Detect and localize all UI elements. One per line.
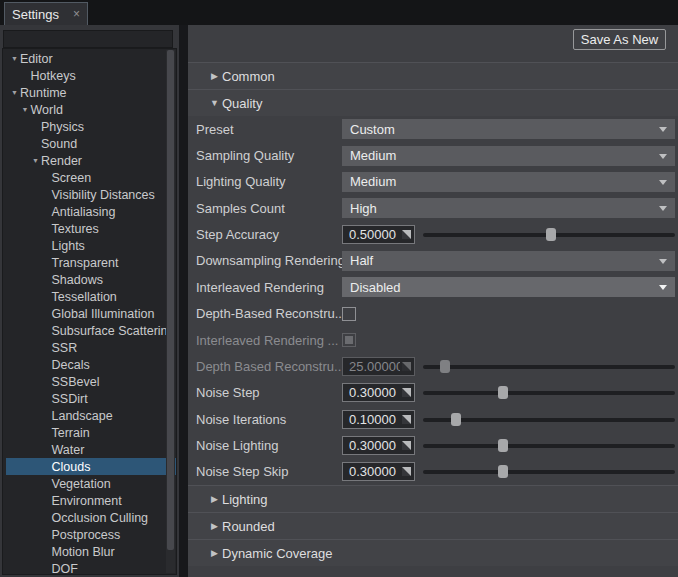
- slider-handle[interactable]: [498, 465, 508, 478]
- expand-arrow-icon[interactable]: ▼: [9, 50, 20, 67]
- tree-item-visibility-distances[interactable]: Visibility Distances: [6, 186, 177, 203]
- slider-track[interactable]: [423, 391, 675, 395]
- checkbox-inner: [345, 336, 353, 344]
- tree-item-ssdirt[interactable]: SSDirt: [6, 390, 177, 407]
- setting-label: Step Accuracy: [196, 227, 342, 242]
- tree-item-environment[interactable]: Environment: [6, 492, 177, 509]
- slider-handle: [440, 360, 450, 373]
- tree-item-label: Render: [41, 154, 82, 168]
- spin-drag-icon: [402, 362, 411, 371]
- tree-item-label: Landscape: [52, 409, 113, 423]
- spin-drag-icon[interactable]: [402, 467, 411, 476]
- chevron-down-icon: [659, 259, 667, 264]
- slider-handle[interactable]: [546, 228, 556, 241]
- tree-item-terrain[interactable]: Terrain: [6, 424, 177, 441]
- tree-item-clouds[interactable]: Clouds: [6, 458, 177, 475]
- tree-item-decals[interactable]: Decals: [6, 356, 177, 373]
- noise-iterations-slider[interactable]: [423, 410, 675, 429]
- slider-handle[interactable]: [498, 439, 508, 452]
- tree-item-postprocess[interactable]: Postprocess: [6, 526, 177, 543]
- tree-item-transparent[interactable]: Transparent: [6, 254, 177, 271]
- slider-handle[interactable]: [498, 386, 508, 399]
- expand-arrow-icon[interactable]: ▼: [9, 84, 20, 101]
- chevron-right-icon: ▶: [207, 486, 222, 513]
- depth-based-reconstru-checkbox[interactable]: [342, 307, 356, 321]
- noise-step-skip-slider[interactable]: [423, 462, 675, 481]
- tree-item-runtime[interactable]: ▼Runtime: [6, 84, 171, 101]
- settings-tab[interactable]: Settings ×: [4, 2, 88, 25]
- tree-item-textures[interactable]: Textures: [6, 220, 177, 237]
- sampling-quality-dropdown[interactable]: Medium: [342, 146, 675, 166]
- samples-count-dropdown[interactable]: High: [342, 198, 675, 218]
- downsampling-rendering-dropdown[interactable]: Half: [342, 251, 675, 271]
- save-as-new-button[interactable]: Save As New: [573, 29, 666, 50]
- chevron-down-icon: [659, 180, 667, 185]
- section-header-common[interactable]: ▶Common: [188, 62, 678, 89]
- spin-drag-icon[interactable]: [402, 415, 411, 424]
- preset-dropdown[interactable]: Custom: [342, 119, 675, 139]
- tree-item-editor[interactable]: ▼Editor: [6, 50, 171, 67]
- tree-scrollbar[interactable]: [166, 50, 175, 573]
- tree-item-tessellation[interactable]: Tessellation: [6, 288, 177, 305]
- step-accuracy-field[interactable]: 0.50000: [342, 225, 415, 244]
- tree-item-vegetation[interactable]: Vegetation: [6, 475, 177, 492]
- close-icon[interactable]: ×: [73, 8, 80, 20]
- noise-iterations-field[interactable]: 0.10000: [342, 410, 415, 429]
- tree-item-landscape[interactable]: Landscape: [6, 407, 177, 424]
- spin-drag-icon[interactable]: [402, 441, 411, 450]
- section-header-quality[interactable]: ▼Quality: [188, 89, 678, 116]
- expand-arrow-icon[interactable]: ▼: [20, 101, 31, 118]
- section-header-lighting[interactable]: ▶Lighting: [188, 485, 678, 512]
- tree-item-lights[interactable]: Lights: [6, 237, 177, 254]
- tree-item-render[interactable]: ▼Render: [6, 152, 177, 169]
- tree-items: ▼EditorHotkeys▼Runtime▼WorldPhysicsSound…: [3, 49, 176, 575]
- tree-item-screen[interactable]: Screen: [6, 169, 177, 186]
- interleaved-rendering-dropdown[interactable]: Disabled: [342, 277, 675, 297]
- noise-step-slider[interactable]: [423, 383, 675, 402]
- section-header-dynamic-coverage[interactable]: ▶Dynamic Coverage: [188, 539, 678, 566]
- tree-item-water[interactable]: Water: [6, 441, 177, 458]
- noise-lighting-field[interactable]: 0.30000: [342, 436, 415, 455]
- tree-item-ssr[interactable]: SSR: [6, 339, 177, 356]
- noise-step-field[interactable]: 0.30000: [342, 383, 415, 402]
- setting-row-depth-based-reconstru: Depth-Based Reconstru...: [188, 301, 678, 327]
- search-input[interactable]: [3, 30, 173, 48]
- chevron-down-icon: [659, 127, 667, 132]
- noise-lighting-slider[interactable]: [423, 436, 675, 455]
- tab-bar: Settings ×: [0, 0, 678, 25]
- tree-item-label: Physics: [41, 120, 84, 134]
- tree-item-occlusion-culling[interactable]: Occlusion Culling: [6, 509, 177, 526]
- tree-item-shadows[interactable]: Shadows: [6, 271, 177, 288]
- tree-item-label: Screen: [52, 171, 92, 185]
- slider-handle[interactable]: [451, 413, 461, 426]
- spin-drag-icon[interactable]: [402, 230, 411, 239]
- setting-label: Sampling Quality: [196, 148, 342, 163]
- scrollbar-thumb[interactable]: [167, 50, 174, 550]
- step-accuracy-slider[interactable]: [423, 225, 675, 244]
- tree-item-motion-blur[interactable]: Motion Blur: [6, 543, 177, 560]
- slider-track[interactable]: [423, 470, 675, 474]
- tree-item-hotkeys[interactable]: Hotkeys: [6, 67, 177, 84]
- section-label: Rounded: [222, 519, 275, 534]
- chevron-down-icon: [659, 154, 667, 159]
- lighting-quality-dropdown[interactable]: Medium: [342, 172, 675, 192]
- noise-step-skip-field[interactable]: 0.30000: [342, 462, 415, 481]
- tree-item-global-illumination[interactable]: Global Illumination: [6, 305, 177, 322]
- tree-item-label: Lights: [52, 239, 85, 253]
- spin-drag-icon[interactable]: [402, 388, 411, 397]
- tree-item-antialiasing[interactable]: Antialiasing: [6, 203, 177, 220]
- tree-item-dof[interactable]: DOF: [6, 560, 177, 575]
- tree-item-ssbevel[interactable]: SSBevel: [6, 373, 177, 390]
- tree-item-sound[interactable]: Sound: [6, 135, 177, 152]
- chevron-right-icon: ▶: [207, 540, 222, 567]
- tree-item-world[interactable]: ▼World: [6, 101, 177, 118]
- tree-item-label: Postprocess: [52, 528, 121, 542]
- tree-item-label: Occlusion Culling: [52, 511, 149, 525]
- section-header-rounded[interactable]: ▶Rounded: [188, 512, 678, 539]
- tree-item-physics[interactable]: Physics: [6, 118, 177, 135]
- expand-arrow-icon[interactable]: ▼: [30, 152, 41, 169]
- slider-track[interactable]: [423, 444, 675, 448]
- settings-tree: ▼EditorHotkeys▼Runtime▼WorldPhysicsSound…: [2, 48, 177, 575]
- tree-item-subsurface-scattering[interactable]: Subsurface Scattering: [6, 322, 177, 339]
- dropdown-value: Medium: [350, 174, 396, 189]
